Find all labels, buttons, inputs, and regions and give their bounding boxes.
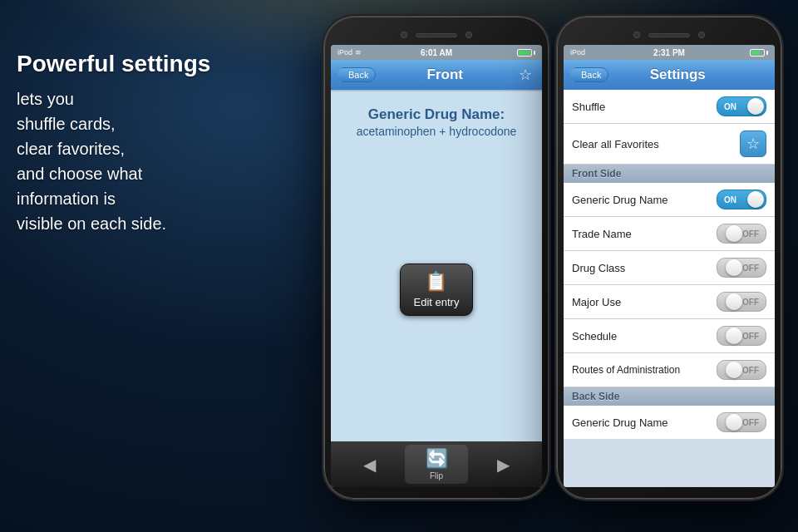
back-generic-drug-toggle[interactable]: OFF <box>717 412 766 432</box>
edit-entry-button[interactable]: 📋 Edit entry <box>400 264 474 316</box>
camera-front <box>401 32 407 38</box>
time-front: 6:01 AM <box>387 48 485 57</box>
trade-name-knob <box>726 225 742 242</box>
flip-toolbar-button[interactable]: 🔄 Flip <box>405 445 469 484</box>
battery-icon-settings <box>750 49 768 57</box>
flip-icon: 🔄 <box>426 448 448 470</box>
wifi-icon-front: ≋ <box>355 48 362 57</box>
generic-drug-knob <box>747 191 764 208</box>
battery-icon-front <box>517 49 535 57</box>
back-side-header: Back Side <box>564 387 775 406</box>
camera-front-2 <box>466 32 472 38</box>
major-use-row[interactable]: Major Use OFF <box>564 285 775 319</box>
battery-body-front <box>517 49 532 57</box>
major-use-label: Major Use <box>572 296 621 308</box>
nav-bar-front: Back Front ☆ <box>331 60 542 90</box>
battery-tip-settings <box>766 51 768 55</box>
trade-name-off-label: OFF <box>742 229 759 239</box>
back-generic-drug-name-row[interactable]: Generic Drug Name OFF <box>564 406 775 439</box>
right-status-front <box>485 49 535 57</box>
schedule-off-label: OFF <box>742 332 759 341</box>
trade-name-row[interactable]: Trade Name OFF <box>564 217 775 251</box>
battery-fill-front <box>519 51 530 55</box>
heading: Powerful settings <box>17 50 266 78</box>
back-button-front[interactable]: Back <box>336 67 376 82</box>
shuffle-row[interactable]: Shuffle ON <box>564 90 775 124</box>
phone-front: iPod ≋ 6:01 AM Back Fr <box>324 17 549 499</box>
edit-icon: 📋 <box>425 271 447 293</box>
time-settings: 2:31 PM <box>620 48 718 57</box>
front-content: Generic Drug Name: acetaminophen + hydro… <box>331 90 542 441</box>
clear-favorites-label: Clear all Favorites <box>572 138 659 150</box>
drug-class-off-label: OFF <box>742 264 759 273</box>
settings-content: Shuffle ON Clear all Favorites ☆ Front S… <box>564 90 775 487</box>
drug-class-label: Drug Class <box>572 262 625 274</box>
shuffle-toggle[interactable]: ON <box>717 96 766 116</box>
trade-name-toggle[interactable]: OFF <box>717 224 766 244</box>
speaker-settings <box>648 33 690 37</box>
routes-knob <box>726 362 742 378</box>
generic-drug-name-label: Generic Drug Name <box>572 194 668 206</box>
edit-label: Edit entry <box>414 296 460 308</box>
camera-settings <box>633 32 640 38</box>
drug-value: acetaminophen + hydrocodone <box>357 125 517 138</box>
forward-toolbar-button[interactable]: ▶ <box>471 451 535 478</box>
generic-drug-toggle[interactable]: ON <box>717 190 766 209</box>
left-status-settings: iPod <box>570 48 620 57</box>
major-use-knob <box>726 293 742 310</box>
clear-favorites-star-button[interactable]: ☆ <box>740 131 766 157</box>
right-status-settings <box>718 49 768 57</box>
star-icon-settings: ☆ <box>746 135 760 153</box>
description: lets youshuffle cards,clear favorites,an… <box>17 86 266 236</box>
schedule-row[interactable]: Schedule OFF <box>564 319 775 353</box>
generic-drug-name-row[interactable]: Generic Drug Name ON <box>564 183 775 217</box>
schedule-label: Schedule <box>572 330 617 342</box>
routes-toggle[interactable]: OFF <box>717 360 766 380</box>
bottom-toolbar-front: ◀ 🔄 Flip ▶ <box>331 441 542 487</box>
back-arrow-icon: ◀ <box>363 455 376 475</box>
phone-top-bar-settings <box>564 28 775 45</box>
device-label-front: iPod <box>337 48 352 57</box>
battery-fill-settings <box>751 51 760 55</box>
status-bar-settings: iPod 2:31 PM <box>564 45 775 60</box>
star-button-front[interactable]: ☆ <box>514 63 537 86</box>
battery-tip-front <box>534 51 535 55</box>
back-generic-drug-knob <box>726 414 742 431</box>
major-use-off-label: OFF <box>742 298 759 307</box>
phone-top-bar-front <box>331 28 542 45</box>
settings-screen: iPod 2:31 PM Back Settings <box>564 45 775 487</box>
back-toolbar-button[interactable]: ◀ <box>337 451 401 478</box>
shuffle-knob <box>747 98 764 115</box>
phone-settings: iPod 2:31 PM Back Settings <box>557 17 781 499</box>
routes-row[interactable]: Routes of Administration OFF <box>564 353 775 387</box>
back-button-settings[interactable]: Back <box>569 67 608 82</box>
shuffle-label: Shuffle <box>572 101 605 113</box>
speaker-front <box>416 33 457 37</box>
back-generic-off-label: OFF <box>742 418 759 427</box>
drug-class-row[interactable]: Drug Class OFF <box>564 251 775 285</box>
device-label-settings: iPod <box>570 48 585 57</box>
forward-arrow-icon: ▶ <box>497 455 510 475</box>
schedule-knob <box>726 328 742 344</box>
battery-body-settings <box>750 49 765 57</box>
drug-class-knob <box>726 259 742 276</box>
major-use-toggle[interactable]: OFF <box>717 292 766 312</box>
generic-drug-on-label: ON <box>724 195 736 204</box>
left-status-front: iPod ≋ <box>337 48 387 57</box>
nav-title-settings: Settings <box>608 66 746 83</box>
back-generic-drug-label: Generic Drug Name <box>572 416 668 429</box>
status-bar-front: iPod ≋ 6:01 AM <box>331 45 542 60</box>
drug-class-toggle[interactable]: OFF <box>717 258 766 278</box>
phones-container: iPod ≋ 6:01 AM Back Fr <box>324 17 781 499</box>
front-side-header: Front Side <box>564 165 775 183</box>
trade-name-label: Trade Name <box>572 228 632 240</box>
shuffle-on-label: ON <box>724 102 736 111</box>
drug-info: Generic Drug Name: acetaminophen + hydro… <box>357 106 517 138</box>
nav-title-front: Front <box>376 66 514 83</box>
flip-label: Flip <box>430 471 443 480</box>
clear-favorites-row[interactable]: Clear all Favorites ☆ <box>564 124 775 165</box>
nav-bar-settings: Back Settings <box>564 60 775 90</box>
routes-label: Routes of Administration <box>572 364 680 376</box>
schedule-toggle[interactable]: OFF <box>717 326 766 346</box>
routes-off-label: OFF <box>742 366 759 375</box>
